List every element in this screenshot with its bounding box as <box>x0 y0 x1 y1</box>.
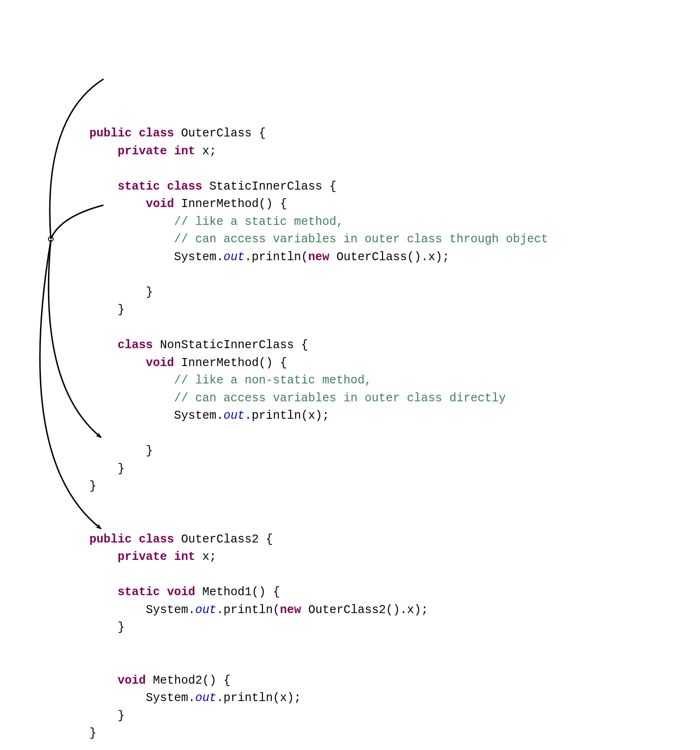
method-name: InnerMethod() <box>181 197 273 211</box>
stmt-text: System. <box>174 409 223 423</box>
stmt-text: .println(x); <box>245 409 329 423</box>
brace: { <box>273 585 280 599</box>
keyword-void: void <box>118 674 146 687</box>
stmt-text: System. <box>174 250 223 264</box>
keyword-int: int <box>174 550 195 564</box>
brace: } <box>118 621 125 634</box>
svg-point-0 <box>48 237 53 241</box>
semi: ; <box>209 550 216 564</box>
comment-line: // like a static method, <box>174 215 343 229</box>
stmt-text: OuterClass().x); <box>336 250 449 264</box>
field-name: x <box>202 550 209 564</box>
keyword-new: new <box>280 603 301 617</box>
keyword-class: class <box>167 180 202 193</box>
brace: { <box>223 674 231 687</box>
inner-class-name: StaticInnerClass <box>209 180 322 193</box>
brace: } <box>146 286 153 299</box>
method-name: Method1() <box>202 585 266 599</box>
brace: } <box>118 303 125 317</box>
brace: } <box>89 726 96 740</box>
method-name: InnerMethod() <box>181 356 273 370</box>
stmt-text: OuterClass2().x); <box>308 603 428 617</box>
class-name: OuterClass <box>181 127 252 140</box>
semi: ; <box>209 144 216 158</box>
field-out: out <box>195 691 216 705</box>
keyword-void: void <box>167 585 195 599</box>
field-out: out <box>223 409 245 423</box>
brace: { <box>259 127 266 140</box>
brace: { <box>266 533 273 546</box>
keyword-static: static <box>118 585 160 599</box>
stmt-text: System. <box>146 603 195 617</box>
keyword-class: class <box>118 338 153 352</box>
keyword-private: private <box>118 550 167 564</box>
code-block-1: public class OuterClass { private int x;… <box>89 125 700 742</box>
stmt-text: .println(x); <box>216 691 301 705</box>
field-name: x <box>202 144 209 158</box>
keyword-class: class <box>139 533 174 546</box>
inner-class-name: NonStaticInnerClass <box>160 338 294 352</box>
keyword-void: void <box>146 197 174 211</box>
method-name: Method2() <box>153 674 216 687</box>
field-out: out <box>223 250 245 264</box>
comment-line: // can access variables in outer class d… <box>174 391 506 405</box>
keyword-new: new <box>308 250 329 264</box>
keyword-int: int <box>174 144 195 158</box>
keyword-public: public <box>89 127 132 140</box>
keyword-void: void <box>146 356 174 370</box>
brace: { <box>329 180 336 193</box>
brace: } <box>118 709 125 723</box>
brace: { <box>280 356 287 370</box>
stmt-text: .println( <box>216 603 280 617</box>
field-out: out <box>195 603 216 617</box>
brace: } <box>118 462 125 476</box>
keyword-public: public <box>89 533 132 546</box>
stmt-text: .println( <box>245 250 308 264</box>
comment-line: // like a non-static method, <box>174 374 372 387</box>
keyword-class: class <box>139 127 174 140</box>
stmt-text: System. <box>146 691 195 705</box>
brace: } <box>146 444 153 458</box>
brace: { <box>301 338 308 352</box>
brace: } <box>89 479 96 493</box>
brace: { <box>280 197 287 211</box>
comment-line: // can access variables in outer class t… <box>174 232 548 246</box>
keyword-private: private <box>118 144 167 158</box>
class-name: OuterClass2 <box>181 533 259 546</box>
keyword-static: static <box>118 180 160 193</box>
